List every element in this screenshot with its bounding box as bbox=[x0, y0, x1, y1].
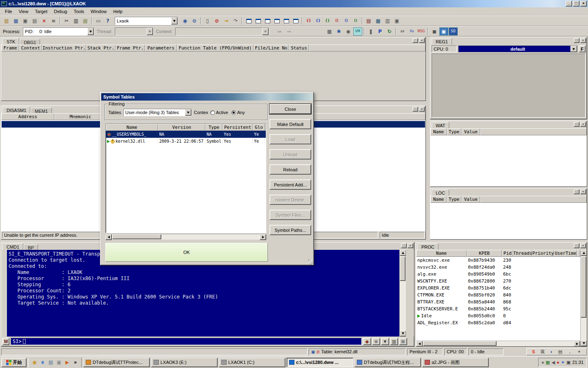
tray-network-icon[interactable]: ▦ bbox=[546, 360, 550, 365]
scroll-down-button[interactable] bbox=[400, 330, 406, 337]
console-scrollbar[interactable] bbox=[399, 250, 406, 337]
process-row[interactable]: BTSTACKSERVER.E0x885b244095c bbox=[416, 305, 580, 312]
close-button[interactable]: × bbox=[580, 1, 587, 7]
clear-console-icon[interactable]: ⊗ bbox=[372, 338, 380, 345]
panel-close-button[interactable]: × bbox=[580, 38, 586, 43]
quicklaunch-desktop-icon[interactable]: ▤ bbox=[47, 359, 54, 366]
column-header-frame-ptr[interactable]: Frame Ptr. bbox=[116, 45, 145, 52]
symbol-paths-button[interactable]: Symbol Paths... bbox=[270, 225, 311, 235]
dialog-hscrollbar[interactable] bbox=[105, 234, 266, 240]
ok-button[interactable]: OK bbox=[105, 243, 268, 262]
scroll-thumb[interactable] bbox=[400, 256, 405, 281]
tab-wat[interactable]: WAT bbox=[432, 122, 449, 128]
scroll-thumb[interactable] bbox=[112, 234, 161, 239]
column-header-parameters[interactable]: Parameters bbox=[145, 45, 177, 52]
scroll-up-button[interactable] bbox=[581, 250, 587, 256]
scroll-thumb[interactable] bbox=[423, 341, 497, 346]
menu-item-help[interactable]: Help bbox=[110, 8, 126, 15]
symbol-table-row[interactable]: kernel32.dll2009-3-21 22:06:57SymbolYesY… bbox=[106, 138, 266, 145]
maximize-button[interactable]: □ bbox=[573, 1, 579, 7]
tray-antivirus-icon[interactable]: ● bbox=[557, 360, 559, 365]
ime-language-icon[interactable]: 英 bbox=[540, 350, 545, 354]
source-view-icon[interactable]: ▯ bbox=[203, 17, 212, 25]
reload-button[interactable]: Reload bbox=[270, 164, 311, 175]
breakpoint-list-icon[interactable]: ▤ bbox=[364, 17, 373, 25]
run-flag-icon[interactable]: → bbox=[284, 27, 293, 36]
column-header-value[interactable]: Value bbox=[461, 196, 480, 203]
tab-bp[interactable]: BP bbox=[24, 244, 38, 250]
menu-item-debug[interactable]: Debug bbox=[51, 8, 70, 15]
beep-icon[interactable]: ◼ bbox=[430, 27, 439, 36]
dialog-title-bar[interactable]: Symbol Tables bbox=[101, 93, 313, 101]
taskbar-button[interactable]: c:\...\vsi1280.dww ... bbox=[287, 358, 353, 367]
scroll-track[interactable] bbox=[423, 341, 574, 346]
panel-maximize-button[interactable]: □ bbox=[412, 38, 418, 43]
column-header-file-line-no[interactable]: File/Line No bbox=[254, 45, 289, 52]
process-list-icon[interactable]: ▣ bbox=[392, 17, 401, 25]
panel-close-button[interactable]: × bbox=[580, 122, 586, 127]
process-table[interactable]: npkcmsvc.exe0x887b9430230nvsvc32.exe0x88… bbox=[416, 257, 580, 341]
power-icon[interactable]: P bbox=[376, 27, 385, 36]
column-header-kpeb[interactable]: KPEB bbox=[467, 250, 502, 257]
macro-button[interactable]: M bbox=[2, 338, 9, 345]
quicklaunch-media-icon[interactable]: ◉ bbox=[31, 359, 38, 366]
run-to-cursor-icon[interactable]: () bbox=[351, 17, 360, 25]
combo-dropdown-button[interactable] bbox=[185, 109, 192, 116]
asm-upper-icon[interactable]: Ax bbox=[408, 27, 416, 36]
watch-table-body[interactable] bbox=[430, 135, 587, 186]
column-header-version[interactable]: Version bbox=[158, 124, 205, 131]
column-header-priority[interactable]: Priority bbox=[532, 250, 554, 257]
menu-item-target[interactable]: Target bbox=[31, 8, 51, 15]
target-combo[interactable]: Lxaok bbox=[115, 17, 178, 25]
close-window-icon[interactable]: × bbox=[40, 17, 49, 25]
column-header-name[interactable]: Name bbox=[106, 124, 158, 131]
disasm-window-icon[interactable] bbox=[244, 17, 253, 25]
panel-close-button[interactable]: × bbox=[419, 38, 425, 43]
snapshot-icon[interactable]: ◉ bbox=[344, 27, 353, 36]
save-log-icon[interactable]: ▼ bbox=[381, 338, 389, 345]
close-button[interactable]: Close bbox=[270, 104, 311, 114]
column-header-threads[interactable]: Threads bbox=[513, 250, 532, 257]
column-header-instruction-ptr[interactable]: Instruction Ptr. bbox=[42, 45, 86, 52]
paste-icon[interactable]: ▤ bbox=[81, 17, 90, 25]
tray-chevron[interactable]: « bbox=[541, 360, 544, 365]
panel-close-button[interactable]: × bbox=[580, 243, 586, 248]
window-list-icon[interactable]: ≡ bbox=[49, 17, 58, 25]
resize-grip[interactable] bbox=[308, 259, 313, 265]
step-out-icon[interactable]: {} bbox=[323, 17, 332, 25]
quicklaunch-folder-icon[interactable]: ▣ bbox=[56, 359, 62, 366]
tables-filter-combo[interactable]: User-mode (Ring 3) Tables bbox=[123, 109, 192, 116]
column-header-name[interactable]: Name bbox=[430, 196, 447, 203]
tab-disasm1[interactable]: DISASM1 bbox=[2, 107, 30, 113]
sogou-icon[interactable]: S bbox=[532, 350, 535, 354]
tab-cmd1[interactable]: CMD1 bbox=[2, 243, 23, 250]
tab-proc[interactable]: PROC bbox=[417, 243, 439, 250]
console-mode-icon[interactable]: ⊞ bbox=[399, 338, 407, 345]
process-row[interactable]: Idle0x8055d0c00 bbox=[416, 312, 580, 319]
taskbar-button[interactable]: a2.JPG - 画图 bbox=[422, 358, 489, 367]
process-row[interactable]: ADL_Register.EX0x885c2da0d84 bbox=[416, 319, 580, 326]
panel-close-button[interactable]: × bbox=[419, 107, 425, 112]
menu-item-view[interactable]: View bbox=[16, 8, 32, 15]
process-row[interactable]: nvsvc32.exe0x88f24da0248 bbox=[416, 264, 580, 271]
taskbar-button[interactable]: DTdebug调试TMD主程... bbox=[354, 358, 421, 367]
combo-dropdown-button[interactable] bbox=[171, 17, 178, 25]
combo-dropdown-button[interactable] bbox=[87, 28, 94, 35]
msg-icon[interactable]: MSG bbox=[417, 27, 426, 36]
panel-maximize-button[interactable]: □ bbox=[412, 107, 418, 112]
command-input[interactable]: SI> bbox=[11, 338, 362, 345]
column-header-stack-ptr[interactable]: Stack Ptr. bbox=[86, 45, 116, 52]
column-header-persistent[interactable]: Persistent bbox=[223, 124, 253, 131]
panel-maximize-button[interactable]: □ bbox=[574, 243, 579, 248]
tab-stk[interactable]: STK bbox=[2, 38, 19, 45]
registers-body[interactable] bbox=[432, 54, 586, 118]
panel-maximize-button[interactable]: □ bbox=[574, 189, 579, 194]
stack-window-icon[interactable] bbox=[263, 17, 272, 25]
sd-icon[interactable]: SD bbox=[449, 27, 458, 36]
trace-into-icon[interactable]: () bbox=[332, 17, 341, 25]
column-header-address[interactable]: Address bbox=[1, 113, 54, 120]
ime-settings-icon[interactable]: ✦ bbox=[577, 350, 581, 354]
save-icon[interactable]: ▦ bbox=[11, 17, 20, 25]
scroll-track[interactable] bbox=[581, 256, 587, 340]
cascade-windows-icon[interactable]: ▤ bbox=[30, 17, 39, 25]
